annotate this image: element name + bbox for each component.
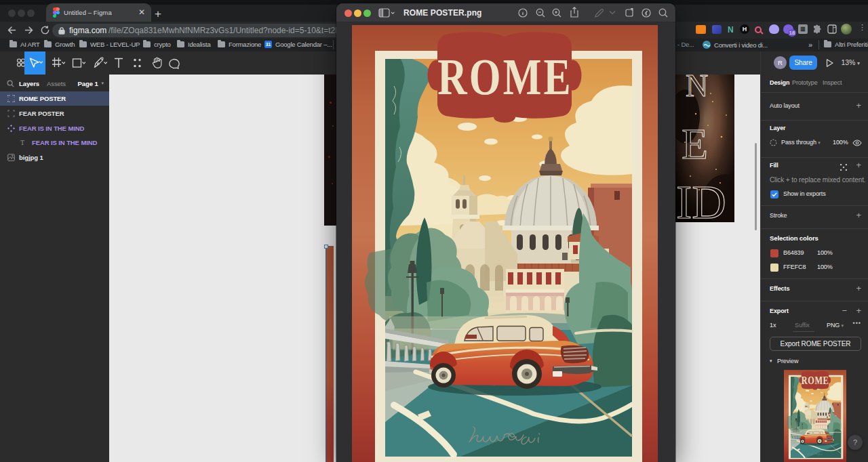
svg-text:E: E [682,120,708,168]
svg-text:N: N [686,75,708,103]
svg-text:ID: ID [676,176,726,222]
